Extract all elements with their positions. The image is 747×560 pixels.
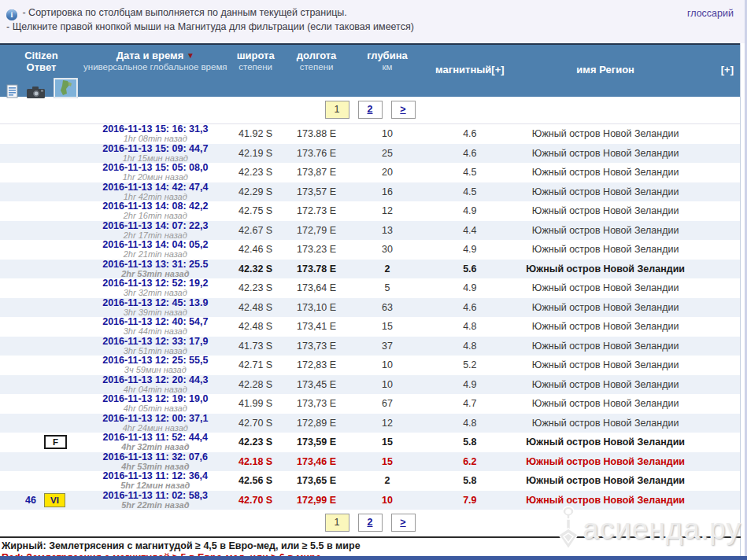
header-region-name[interactable]: имя Регион [515, 45, 696, 97]
event-date-link[interactable]: 2016-11-13 12: 33: 17,9 3hr 51min назад [83, 337, 228, 356]
event-time-ago: 4hr 53min назад [83, 462, 228, 471]
table-row: 2016-11-13 11: 32: 07,6 4hr 53min назад … [0, 452, 740, 472]
depth-value: 13 [350, 225, 425, 236]
event-date-link[interactable]: 2016-11-13 12: 45: 13.9 3hr 39min назад [83, 298, 228, 317]
event-datetime[interactable]: 2016-11-13 12: 45: 13.9 [83, 298, 228, 308]
event-date-link[interactable]: 2016-11-13 12: 25: 55,5 3ч 59мин назад [83, 356, 228, 374]
event-datetime[interactable]: 2016-11-13 15: 09: 44,7 [83, 144, 228, 154]
depth-value: 37 [350, 341, 425, 352]
event-date-link[interactable]: 2016-11-13 11: 12: 36,4 5hr 12мин назад [83, 471, 228, 490]
magnitude-value: 4.7 [424, 398, 515, 409]
magnitude-value: 4.8 [424, 341, 515, 352]
event-time-ago: 4hr 32min назад [83, 443, 228, 451]
table-row: 2016-11-13 13: 31: 25.5 2hr 53min назад … [0, 260, 740, 279]
event-date-link[interactable]: 2016-11-13 12: 19: 19,0 4hr 05min назад [83, 394, 228, 413]
event-date-link[interactable]: 2016-11-13 15: 09: 44,7 1hr 15мин назад [83, 144, 228, 163]
table-row: 2016-11-13 14: 42: 47,4 1hr 42min назад … [0, 182, 740, 202]
event-time-ago: 1hr 42min назад [83, 193, 228, 201]
event-date-link[interactable]: 2016-11-13 12: 40: 54,7 3hr 44min назад [83, 317, 228, 336]
event-datetime[interactable]: 2016-11-13 11: 32: 07,6 [83, 452, 228, 462]
header-citizen-response[interactable]: Citizen Ответ [0, 45, 83, 97]
longitude-value: 173.23 E [283, 244, 350, 255]
event-time-ago: 5hr 22min назад [83, 501, 228, 510]
header-latitude[interactable]: широта степени [228, 45, 283, 97]
latitude-value: 42.67 S [228, 225, 283, 236]
region-name: Южный остров Новой Зеландии [515, 263, 696, 274]
event-date-link[interactable]: 2016-11-13 11: 02: 58,3 5hr 22min назад [83, 491, 228, 510]
table-body: 2016-11-13 15: 16: 31,3 1hr 08min назад … [0, 124, 740, 510]
event-date-link[interactable]: 2016-11-13 12: 00: 37,1 4hr 24мин назад [83, 414, 228, 433]
table-row: 2016-11-13 12: 19: 19,0 4hr 05min назад … [0, 394, 740, 414]
event-time-ago: 3ч 59мин назад [83, 366, 228, 374]
magnitude-value: 5.6 [424, 263, 515, 274]
table-row: 2016-11-13 15: 09: 44,7 1hr 15мин назад … [0, 144, 740, 164]
longitude-value: 172,79 E [283, 225, 350, 236]
event-date-link[interactable]: 2016-11-13 14: 08: 42,2 2hr 16min назад [83, 201, 228, 220]
event-date-link[interactable]: 2016-11-13 11: 52: 44,4 4hr 32min назад [83, 433, 228, 451]
event-datetime[interactable]: 2016-11-13 14: 07: 22,3 [83, 221, 228, 231]
page-2-link[interactable]: 2 [368, 517, 373, 528]
region-name: Южный остров Новой Зеландии [515, 302, 696, 313]
event-time-ago: 2hr 17min назад [83, 231, 228, 240]
longitude-value: 173,45 E [283, 379, 350, 390]
magnitude-value: 4.8 [424, 321, 515, 332]
event-datetime[interactable]: 2016-11-13 13: 31: 25.5 [83, 260, 228, 270]
event-date-link[interactable]: 2016-11-13 12: 52: 19,2 3hr 32min назад [83, 278, 228, 297]
event-date-link[interactable]: 2016-11-13 14: 04: 05,2 2hr 21min назад [83, 240, 228, 259]
citizen-response-cell: F [0, 435, 83, 449]
longitude-value: 173,10 E [283, 302, 350, 313]
event-date-link[interactable]: 2016-11-13 11: 32: 07,6 4hr 53min назад [83, 452, 228, 471]
header-date-time[interactable]: Дата и время ▼ универсальное глобальное … [83, 45, 228, 97]
header-expand-columns[interactable]: [+] [696, 45, 740, 97]
longitude-value: 172,99 E [283, 495, 350, 506]
info-icon: i [6, 9, 17, 20]
header-depth[interactable]: глубина км [350, 45, 425, 97]
event-datetime[interactable]: 2016-11-13 12: 00: 37,1 [83, 414, 228, 424]
event-datetime[interactable]: 2016-11-13 12: 33: 17,9 [83, 337, 228, 347]
earthquake-list-page: i - Сортировка по столбцам выполняется п… [0, 0, 747, 560]
event-date-link[interactable]: 2016-11-13 14: 07: 22,3 2hr 17min назад [83, 221, 228, 240]
header-magnitude[interactable]: магнитный[+] [424, 45, 515, 97]
latitude-value: 42.29 S [228, 186, 283, 197]
longitude-value: 173,46 E [283, 456, 350, 467]
event-date-link[interactable]: 2016-11-13 14: 42: 47,4 1hr 42min назад [83, 182, 228, 201]
event-time-ago: 3hr 44min назад [83, 327, 228, 336]
map-thumbnail-icon [54, 78, 78, 101]
intensity-badge[interactable]: F [44, 435, 67, 449]
event-date-link[interactable]: 2016-11-13 13: 31: 25.5 2hr 53min назад [83, 260, 228, 278]
latitude-value: 42.71 S [228, 359, 283, 370]
sort-desc-icon[interactable]: ▼ [187, 51, 194, 60]
page-next-link[interactable]: > [400, 104, 405, 115]
event-time-ago: 1hr 08min назад [83, 134, 228, 143]
magnitude-value: 4.6 [424, 302, 515, 313]
glossary-link[interactable]: глоссарий [687, 8, 734, 19]
longitude-value: 173,87 E [283, 167, 350, 178]
latitude-value: 42.28 S [228, 379, 283, 390]
longitude-value: 173,64 E [283, 282, 350, 293]
region-name: Южный остров Новой Зеландии [515, 456, 696, 467]
sort-hint-line: i - Сортировка по столбцам выполняется п… [6, 6, 737, 20]
event-datetime[interactable]: 2016-11-13 11: 02: 58,3 [83, 491, 228, 501]
event-date-link[interactable]: 2016-11-13 12: 20: 44,3 4hr 04min назад [83, 375, 228, 394]
header-longitude[interactable]: долгота степени [283, 45, 350, 97]
pagination-bottom: 1 2 > [0, 510, 740, 536]
event-datetime[interactable]: 2016-11-13 14: 42: 47,4 [83, 182, 228, 193]
felt-reports-count[interactable]: 46 [0, 495, 36, 506]
event-time-ago: 4hr 24мин назад [83, 424, 228, 433]
intensity-badge[interactable]: VI [44, 493, 65, 507]
region-name: Южный остров Новой Зеландии [515, 244, 696, 255]
event-datetime[interactable]: 2016-11-13 12: 20: 44,3 [83, 375, 228, 385]
magnitude-value: 7.9 [424, 495, 515, 506]
magnitude-value: 5.2 [424, 359, 515, 370]
citizen-response-cell: 46 VI [0, 493, 83, 507]
table-row: 2016-11-13 12: 40: 54,7 3hr 44min назад … [0, 317, 740, 337]
magnitude-value: 6.2 [424, 456, 515, 467]
depth-value: 20 [350, 167, 425, 178]
page-2-link[interactable]: 2 [368, 104, 373, 115]
page-1-current: 1 [325, 514, 349, 532]
longitude-value: 173,65 E [283, 475, 350, 486]
event-date-link[interactable]: 2016-11-13 15: 16: 31,3 1hr 08min назад [83, 124, 228, 143]
latitude-value: 42.18 S [228, 456, 283, 467]
event-date-link[interactable]: 2016-11-13 15: 05: 08,0 1hr 20мин назад [83, 163, 228, 182]
page-next-link[interactable]: > [400, 517, 405, 528]
